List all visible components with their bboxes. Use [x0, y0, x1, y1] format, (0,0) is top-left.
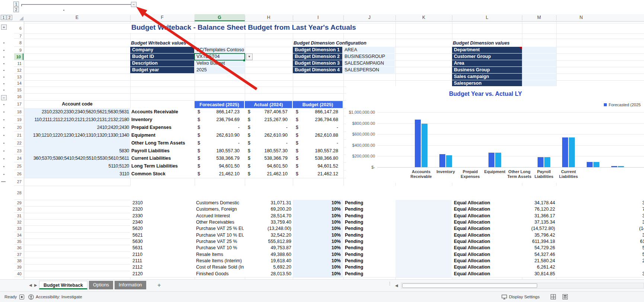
wt-line-description-cell[interactable] — [395, 225, 452, 232]
wt-amount[interactable]: 31,366.17 — [522, 213, 555, 219]
wt-distributed[interactable]: 54,729.26 — [556, 245, 644, 251]
wt-allocation[interactable]: Equal Allocation — [454, 264, 490, 270]
wt-status[interactable]: Pending — [345, 213, 363, 219]
tab-scroll-right-icon[interactable]: ▶ — [34, 283, 37, 287]
balance-forecasted-value[interactable]: 262,610.90 — [195, 131, 240, 139]
wt-distributed[interactable]: 35,796.42 — [556, 232, 644, 238]
row-headers[interactable]: 6789101112131415161718192021222324252627… — [0, 22, 24, 279]
bar-actual[interactable] — [495, 153, 501, 167]
balance-account-name[interactable]: Prepaid Expenses — [131, 124, 194, 131]
dimension-values-label[interactable]: Business Group — [452, 67, 522, 73]
row-header-35[interactable]: 35 — [14, 238, 23, 245]
wt-distributed[interactable]: 37,135.34 — [556, 219, 644, 225]
wt-status[interactable]: Pending — [345, 232, 363, 238]
wt-prior[interactable]: 31,071.31 — [245, 200, 291, 206]
wt-allocation[interactable]: Equal Allocation — [454, 232, 490, 238]
wt-description[interactable]: Customers Domestic — [196, 200, 244, 206]
row-header-12[interactable]: 12 — [14, 67, 23, 74]
wt-description[interactable]: Finished Goods — [196, 271, 244, 277]
wt-status[interactable]: Pending — [345, 200, 363, 206]
page-layout-view-icon[interactable] — [563, 294, 568, 299]
wt-description[interactable]: Purchase VAT 10 % — [196, 245, 244, 251]
balance-forecasted-value[interactable]: 21,462.10 — [195, 170, 240, 178]
wt-account[interactable]: 5620 — [132, 225, 143, 232]
column-outline-level-1-button[interactable]: 1 — [13, 1, 19, 7]
wt-status[interactable]: Pending — [345, 219, 363, 225]
balance-account-name[interactable]: Equipment — [131, 131, 194, 139]
balance-col-header[interactable]: Forecasted (2025) — [195, 101, 244, 108]
select-all-corner[interactable] — [19, 16, 23, 20]
balance-budget-value[interactable]: 262,610.88 — [293, 131, 338, 139]
bar-forecasted[interactable] — [538, 157, 544, 167]
wt-line-description-cell[interactable] — [395, 251, 452, 258]
balance-budget-value[interactable]: 236,794.68 — [293, 116, 338, 124]
balance-forecasted-value[interactable]: 94,601.50 — [195, 162, 240, 170]
display-settings-label[interactable]: Display Settings — [509, 292, 539, 302]
row-header-40[interactable]: 40 — [14, 271, 23, 277]
wt-prior[interactable]: 69,200.20 — [245, 206, 291, 212]
balance-forecasted-value[interactable]: - — [195, 124, 240, 131]
bar-forecasted[interactable] — [488, 153, 494, 167]
wt-allocation[interactable]: Equal Allocation — [454, 238, 490, 245]
wt-increase-cell[interactable]: 10% — [293, 238, 343, 245]
wt-line-description-cell[interactable] — [395, 206, 452, 212]
wt-description[interactable]: Customers, Foreign — [196, 206, 244, 212]
wt-increase-cell[interactable]: 10% — [293, 206, 343, 212]
wt-distributed[interactable]: 31,366.17 — [556, 213, 644, 219]
balance-account-name[interactable]: Inventory — [131, 116, 194, 124]
balance-actual-value[interactable]: 21,462.10 — [245, 170, 288, 178]
dimension-config-label[interactable]: Budget Dimension 3 — [293, 60, 342, 66]
wt-account[interactable]: 5631 — [132, 245, 143, 251]
wt-prior[interactable]: 49,753.87 — [245, 245, 291, 251]
dimension-config-value[interactable]: BUSINESSGROUP — [343, 53, 395, 60]
writeback-values-value[interactable]: 2025 — [195, 67, 245, 73]
row-header-19[interactable]: 19 — [14, 116, 23, 124]
balance-account-name[interactable]: Other Long Term Assets — [131, 139, 194, 147]
writeback-values-label[interactable]: Company — [130, 47, 194, 53]
wt-description[interactable]: Resale Items — [196, 251, 244, 258]
wt-account[interactable]: 2112 — [132, 264, 142, 270]
wt-amount[interactable]: 37,135.34 — [522, 219, 555, 225]
wt-description[interactable]: Other Receivables — [196, 219, 244, 225]
column-header-N[interactable]: N — [580, 14, 583, 21]
bar-actual[interactable] — [446, 155, 452, 167]
row-header-28[interactable]: 28 — [14, 186, 23, 200]
dropdown-button[interactable]: ▼ — [246, 53, 253, 60]
wt-account[interactable]: 2110 — [132, 251, 142, 258]
balance-corner-header[interactable]: Account code — [24, 101, 130, 107]
wt-increase-cell[interactable]: 10% — [293, 232, 343, 238]
row-header-17[interactable]: 17 — [14, 100, 23, 108]
column-header-J[interactable]: J — [368, 14, 371, 21]
wt-account[interactable]: 2120 — [132, 271, 143, 277]
wt-amount[interactable]: 6,261.42 — [522, 264, 555, 270]
wt-allocation[interactable]: Equal Allocation — [454, 251, 490, 258]
bar-actual[interactable] — [544, 157, 550, 167]
row-outline-level-2-button[interactable]: 2 — [7, 15, 12, 20]
sheet-tab-information[interactable]: Information — [115, 281, 146, 289]
column-header-H[interactable]: H — [267, 14, 270, 21]
wt-distributed[interactable]: 611,394.18 — [556, 238, 644, 245]
dimension-config-label[interactable]: Budget Dimension 2 — [293, 53, 342, 60]
wt-allocation[interactable]: Equal Allocation — [454, 225, 490, 232]
balance-account-codes[interactable]: 5830 — [24, 147, 129, 155]
balance-forecasted-value[interactable]: 538,366.79 — [195, 155, 240, 162]
bar-actual[interactable] — [569, 137, 575, 167]
wt-distributed[interactable]: 6,261.42 — [556, 264, 644, 270]
wt-description[interactable]: Resale Items (Interim) — [196, 258, 244, 264]
wt-allocation[interactable]: Equal Allocation — [454, 213, 490, 219]
bar-forecasted[interactable] — [439, 154, 445, 167]
sheet-canvas[interactable]: Budget Writeback - Balance Sheet Budget … — [24, 22, 644, 279]
column-header-M[interactable]: M — [537, 14, 541, 21]
writeback-values-value[interactable]: Velixo Budget — [195, 60, 245, 66]
add-sheet-button[interactable]: + — [155, 281, 163, 289]
balance-forecasted-value[interactable]: 236,794.69 — [195, 116, 240, 124]
wt-distributed[interactable]: 21,580.24 — [556, 258, 644, 264]
row-outline-level-1-button[interactable]: 1 — [1, 15, 6, 20]
wt-account[interactable]: 2310 — [132, 200, 143, 206]
wt-amount[interactable]: 21,580.24 — [522, 258, 555, 264]
wt-amount[interactable]: 76,120.22 — [522, 206, 555, 212]
dimension-values-label[interactable]: Area — [452, 60, 522, 66]
balance-account-codes[interactable]: 110;2111;2112;2120;2121;2130;2131;2132;2… — [24, 116, 129, 124]
wt-account[interactable]: 2320 — [132, 206, 143, 212]
wt-amount[interactable]: (14,572.80) — [522, 225, 555, 232]
